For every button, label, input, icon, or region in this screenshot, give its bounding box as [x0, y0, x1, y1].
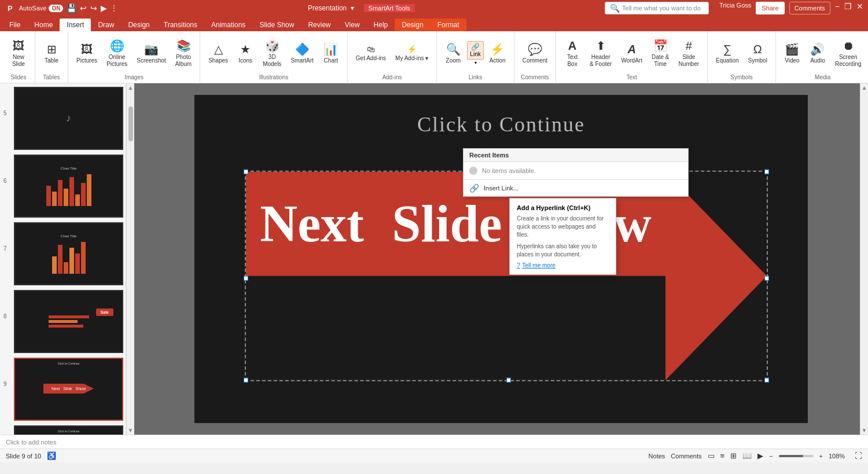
photo-album-button[interactable]: 📚 PhotoAlbum — [172, 36, 195, 70]
undo-icon[interactable]: ↩ — [80, 3, 87, 13]
tooltip-tell-more-text: Tell me more — [523, 262, 556, 269]
video-button[interactable]: 🎬 Video — [781, 40, 804, 67]
zoom-level[interactable]: 108% — [829, 453, 849, 460]
bar-7-3 — [64, 262, 68, 274]
tab-insert[interactable]: Insert — [60, 19, 91, 31]
canvas-scroll-down[interactable]: ▼ — [860, 426, 868, 435]
slide-thumb-8[interactable]: Sale — [14, 290, 123, 353]
link-split-button[interactable]: 🔗 Link ▾ — [467, 41, 483, 66]
tab-home[interactable]: Home — [27, 19, 60, 31]
tab-help[interactable]: Help — [367, 19, 395, 31]
chart-button[interactable]: 📊 Chart — [319, 40, 343, 67]
selection-bottom-right-handle[interactable] — [764, 377, 769, 382]
tab-slideshow[interactable]: Slide Show — [252, 19, 301, 31]
tab-view[interactable]: View — [338, 19, 367, 31]
pictures-button[interactable]: 🖼 Pictures — [73, 40, 101, 67]
get-addins-button[interactable]: 🛍 Get Add-ins — [352, 42, 389, 65]
scroll-up-arrow[interactable]: ▲ — [127, 83, 135, 92]
table-button[interactable]: ⊞ Table — [40, 40, 63, 67]
online-pictures-button[interactable]: 🌐 OnlinePictures — [103, 36, 131, 70]
tab-format-context[interactable]: Format — [431, 19, 466, 31]
slide-thumb-7[interactable]: Chart Title — [14, 222, 123, 285]
link-dropdown-arrow[interactable]: ▾ — [472, 60, 479, 66]
comments-status-button[interactable]: Comments — [671, 453, 701, 460]
zoom-minus-button[interactable]: − — [769, 453, 773, 460]
wordart-button[interactable]: A WordArt — [617, 40, 646, 67]
insert-link-item[interactable]: 🔗 Insert Link... — [464, 180, 688, 196]
notes-bar[interactable]: Click to add notes — [0, 435, 868, 449]
link-button-top[interactable]: 🔗 Link — [467, 41, 483, 60]
my-addins-button[interactable]: ⚡ My Add-ins ▾ — [392, 42, 432, 65]
present-icon[interactable]: ▶ — [101, 3, 107, 13]
view-slideshow-icon[interactable]: ▶ — [757, 451, 763, 460]
tab-transitions[interactable]: Transitions — [157, 19, 204, 31]
new-slide-button[interactable]: 🖼 NewSlide — [7, 36, 30, 70]
selection-top-right-handle[interactable] — [764, 169, 769, 174]
minimize-button[interactable]: − — [835, 2, 840, 14]
selection-mid-right-handle[interactable] — [764, 275, 769, 280]
zoom-plus-button[interactable]: + — [819, 453, 823, 460]
slide-thumb-10[interactable]: Click to Continue Next Slide Show — [14, 425, 123, 435]
tab-draw[interactable]: Draw — [91, 19, 121, 31]
slide-thumb-6[interactable]: Chart Title — [14, 155, 123, 218]
redo-icon[interactable]: ↪ — [90, 3, 97, 13]
side-scrollbar[interactable]: ▲ ▼ — [126, 83, 134, 435]
more-icon[interactable]: ⋮ — [111, 4, 117, 12]
text-box-button[interactable]: A TextBox — [561, 36, 584, 70]
smartart-button[interactable]: 🔷 SmartArt — [287, 40, 317, 67]
tab-file[interactable]: File — [2, 19, 27, 31]
action-button[interactable]: ⚡ Action — [486, 40, 509, 67]
canvas-scroll-up[interactable]: ▲ — [860, 83, 868, 92]
tab-animations[interactable]: Animations — [204, 19, 252, 31]
slide-number-button[interactable]: # SlideNumber — [675, 36, 703, 70]
comment-button[interactable]: 💬 Comment — [519, 40, 551, 67]
screenshot-button[interactable]: 📷 Screenshot — [133, 40, 170, 67]
selection-top-left-handle[interactable] — [244, 169, 248, 174]
3d-models-button[interactable]: 🎲 3DModels — [259, 36, 285, 70]
ribbon-group-comments: 💬 Comment Comments — [514, 31, 556, 83]
autosave-toggle[interactable]: AutoSave ON — [19, 5, 64, 12]
view-reading-icon[interactable]: 📖 — [742, 451, 752, 460]
link-dropdown[interactable]: Recent Items No items available. 🔗 Inser… — [463, 148, 689, 197]
tooltip-tell-more[interactable]: ? Tell me more — [517, 262, 609, 269]
tab-review[interactable]: Review — [301, 19, 337, 31]
date-time-button[interactable]: 📅 Date &Time — [648, 36, 673, 70]
notes-button[interactable]: Notes — [649, 453, 665, 460]
accessibility-icon[interactable]: ♿ — [47, 451, 56, 460]
close-button[interactable]: ✕ — [856, 2, 863, 14]
fit-slide-button[interactable]: ⛶ — [855, 451, 862, 460]
link-icon: 🔗 — [471, 43, 480, 51]
canvas-right-scrollbar[interactable]: ▲ ▼ — [860, 83, 868, 435]
slide-thumb-9[interactable]: Click to Continue Next Slide Show — [14, 358, 123, 421]
equation-button[interactable]: ∑ Equation — [712, 40, 742, 67]
zoom-button[interactable]: 🔍 Zoom — [442, 40, 465, 67]
zoom-slider[interactable] — [779, 455, 814, 457]
symbol-button[interactable]: Ω Symbol — [745, 40, 771, 67]
tooltip-help-icon: ? — [517, 262, 520, 269]
view-normal-icon[interactable]: ▭ — [708, 451, 715, 460]
icons-button[interactable]: ★ Icons — [234, 40, 257, 67]
scroll-thumb[interactable] — [128, 106, 133, 141]
screen-recording-button[interactable]: ⏺ ScreenRecording — [832, 36, 865, 70]
slide-thumb-5[interactable]: ♪ — [14, 87, 123, 150]
slide-panel[interactable]: 5 ♪ 6 Chart Title — [0, 83, 126, 435]
restore-button[interactable]: ❐ — [844, 2, 852, 14]
date-time-icon: 📅 — [653, 39, 668, 53]
view-outline-icon[interactable]: ≡ — [720, 451, 725, 460]
view-sorter-icon[interactable]: ⊞ — [730, 451, 737, 460]
scroll-down-arrow[interactable]: ▼ — [127, 426, 135, 435]
header-footer-button[interactable]: ⬆ Header& Footer — [586, 36, 615, 70]
save-icon[interactable]: 💾 — [67, 3, 76, 13]
selection-bottom-mid-handle[interactable] — [506, 377, 511, 382]
comments-button[interactable]: Comments — [789, 2, 830, 14]
selection-mid-left-handle[interactable] — [244, 275, 248, 280]
selection-bottom-left-handle[interactable] — [244, 377, 248, 382]
audio-button[interactable]: 🔊 Audio — [806, 40, 829, 67]
share-button[interactable]: Share — [756, 2, 784, 14]
search-bar[interactable]: 🔍 Tell me what you want to do — [605, 2, 709, 14]
shapes-button[interactable]: △ Shapes — [205, 40, 231, 67]
tab-design[interactable]: Design — [121, 19, 156, 31]
autosave-state[interactable]: ON — [49, 5, 63, 12]
tab-design-context[interactable]: Design — [395, 19, 430, 31]
bar-1 — [46, 186, 51, 206]
